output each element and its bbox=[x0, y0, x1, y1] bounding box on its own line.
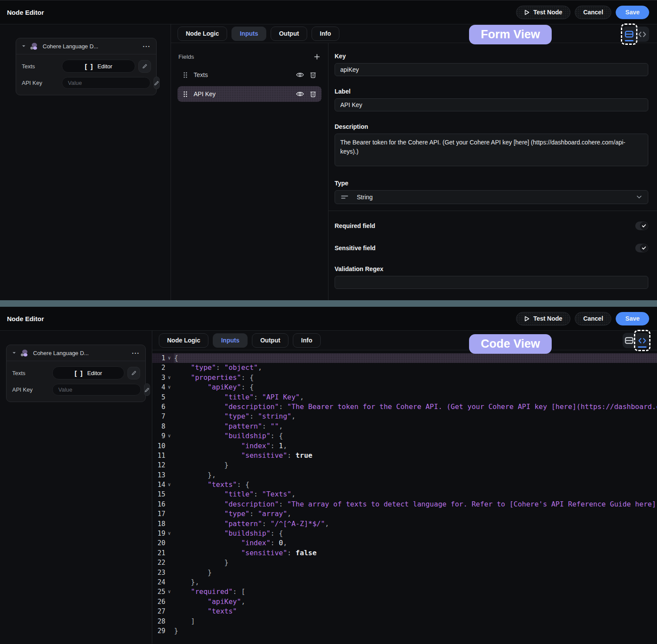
sensitive-field-toggle[interactable] bbox=[635, 244, 648, 252]
code-line[interactable]: 24 }, bbox=[152, 577, 657, 587]
code-line-text[interactable]: "title": "API Key", bbox=[174, 392, 657, 402]
code-line[interactable]: 6 "description": "The Bearer token for t… bbox=[152, 402, 657, 412]
code-line-text[interactable]: "buildship": { bbox=[174, 431, 657, 441]
code-line[interactable]: 22 } bbox=[152, 558, 657, 567]
code-line[interactable]: 23 } bbox=[152, 568, 657, 577]
code-line-text[interactable]: ] bbox=[174, 617, 657, 626]
code-line-text[interactable]: } bbox=[174, 626, 657, 636]
fold-chevron-icon[interactable]: ∨ bbox=[165, 353, 173, 363]
code-line[interactable]: 26 "apiKey", bbox=[152, 597, 657, 607]
fold-chevron-icon[interactable]: ∨ bbox=[165, 529, 173, 538]
save-button[interactable]: Save bbox=[616, 312, 649, 325]
code-line[interactable]: 28 ] bbox=[152, 617, 657, 626]
texts-editor-button[interactable]: [ ] Editor bbox=[52, 366, 124, 379]
code-line[interactable]: 29} bbox=[152, 626, 657, 636]
code-line[interactable]: 14∨ "texts": { bbox=[152, 480, 657, 490]
tab-node-logic[interactable]: Node Logic bbox=[159, 333, 208, 348]
texts-edit-pencil-button[interactable] bbox=[138, 60, 151, 73]
code-line[interactable]: 13 }, bbox=[152, 470, 657, 480]
description-textarea[interactable]: The Bearer token for the Cohere API. (Ge… bbox=[335, 134, 648, 166]
save-button[interactable]: Save bbox=[616, 6, 649, 19]
cancel-button[interactable]: Cancel bbox=[575, 312, 611, 325]
code-line-text[interactable]: "type": "object", bbox=[174, 363, 657, 372]
code-line-text[interactable]: "index": 1, bbox=[174, 441, 657, 451]
delete-trash-icon[interactable] bbox=[310, 91, 316, 97]
code-line[interactable]: 21 "sensitive": false bbox=[152, 548, 657, 558]
node-card[interactable]: Cohere Language D... ··· Texts [ ] Edito… bbox=[6, 345, 146, 402]
fold-chevron-icon[interactable]: ∨ bbox=[165, 431, 173, 441]
code-line-text[interactable]: "sensitive": false bbox=[174, 548, 657, 558]
add-field-button[interactable] bbox=[314, 54, 320, 60]
code-line-text[interactable]: } bbox=[174, 460, 657, 470]
code-line-text[interactable]: "pattern": "/^[^A-Z]*$/", bbox=[174, 519, 657, 529]
code-line[interactable]: 10 "index": 1, bbox=[152, 441, 657, 451]
label-input[interactable] bbox=[335, 98, 648, 111]
field-list-item-texts[interactable]: Texts bbox=[178, 67, 322, 83]
code-line[interactable]: 3∨ "properties": { bbox=[152, 373, 657, 382]
code-line[interactable]: 16 "description": "The array of texts to… bbox=[152, 500, 657, 509]
code-line[interactable]: 25∨ "required": [ bbox=[152, 587, 657, 597]
collapse-chevron-icon[interactable] bbox=[12, 352, 16, 354]
code-line[interactable]: 18 "pattern": "/^[^A-Z]*$/", bbox=[152, 519, 657, 529]
code-view-toggle-button[interactable] bbox=[636, 27, 649, 42]
test-node-button[interactable]: Test Node bbox=[516, 6, 571, 19]
code-line[interactable]: 19∨ "buildship": { bbox=[152, 529, 657, 538]
key-input[interactable] bbox=[335, 63, 648, 76]
test-node-button[interactable]: Test Node bbox=[516, 312, 571, 325]
code-line[interactable]: 2 "type": "object", bbox=[152, 363, 657, 372]
api-key-edit-pencil-button[interactable] bbox=[154, 77, 160, 89]
cancel-button[interactable]: Cancel bbox=[575, 6, 611, 19]
texts-edit-pencil-button[interactable] bbox=[127, 367, 140, 379]
json-code-editor[interactable]: 1∨{2 "type": "object",3∨ "properties": {… bbox=[152, 350, 657, 644]
type-select[interactable]: String bbox=[335, 190, 648, 204]
code-line[interactable]: 5 "title": "API Key", bbox=[152, 392, 657, 402]
api-key-edit-pencil-button[interactable] bbox=[144, 383, 150, 396]
tab-info[interactable]: Info bbox=[312, 27, 339, 41]
collapse-chevron-icon[interactable] bbox=[22, 45, 26, 47]
code-line-text[interactable]: }, bbox=[174, 577, 657, 587]
code-line[interactable]: 15 "title": "Texts", bbox=[152, 490, 657, 499]
drag-handle-icon[interactable] bbox=[183, 72, 188, 78]
code-line[interactable]: 11 "sensitive": true bbox=[152, 451, 657, 460]
drag-handle-icon[interactable] bbox=[183, 91, 188, 97]
fold-chevron-icon[interactable]: ∨ bbox=[165, 373, 173, 382]
code-line[interactable]: 20 "index": 0, bbox=[152, 538, 657, 548]
tab-output[interactable]: Output bbox=[252, 333, 288, 348]
tab-output[interactable]: Output bbox=[271, 27, 307, 41]
code-line-text[interactable]: "type": "array", bbox=[174, 509, 657, 519]
code-line[interactable]: 1∨{ bbox=[152, 353, 657, 363]
fold-chevron-icon[interactable]: ∨ bbox=[165, 382, 173, 392]
validation-regex-input[interactable] bbox=[335, 276, 648, 289]
code-line-text[interactable]: { bbox=[174, 353, 657, 363]
code-line[interactable]: 12 } bbox=[152, 460, 657, 470]
code-line[interactable]: 9∨ "buildship": { bbox=[152, 431, 657, 441]
api-key-value-input[interactable] bbox=[62, 77, 151, 89]
code-line-text[interactable]: "pattern": "", bbox=[174, 422, 657, 431]
code-line-text[interactable]: "properties": { bbox=[174, 373, 657, 382]
code-line-text[interactable]: "required": [ bbox=[174, 587, 657, 597]
required-field-toggle[interactable] bbox=[635, 221, 648, 230]
fold-chevron-icon[interactable]: ∨ bbox=[165, 587, 173, 597]
code-line[interactable]: 17 "type": "array", bbox=[152, 509, 657, 519]
tab-inputs[interactable]: Inputs bbox=[213, 333, 248, 348]
code-line-text[interactable]: "apiKey": { bbox=[174, 382, 657, 392]
fold-chevron-icon[interactable]: ∨ bbox=[165, 480, 173, 490]
delete-trash-icon[interactable] bbox=[310, 71, 316, 78]
code-line-text[interactable]: "texts" bbox=[174, 607, 657, 616]
code-line-text[interactable]: "sensitive": true bbox=[174, 451, 657, 460]
code-line-text[interactable]: "title": "Texts", bbox=[174, 490, 657, 499]
form-view-toggle-button[interactable] bbox=[623, 27, 636, 42]
tab-inputs[interactable]: Inputs bbox=[231, 27, 266, 41]
code-line-text[interactable]: } bbox=[174, 568, 657, 577]
code-view-toggle-button[interactable] bbox=[636, 333, 649, 348]
api-key-value-input[interactable] bbox=[52, 384, 141, 396]
split-divider-handle[interactable] bbox=[0, 300, 657, 307]
visibility-eye-icon[interactable] bbox=[296, 72, 304, 78]
code-line-text[interactable]: } bbox=[174, 558, 657, 567]
node-card[interactable]: Cohere Language D... ··· Texts [ ] Edito… bbox=[16, 38, 157, 95]
code-line-text[interactable]: "apiKey", bbox=[174, 597, 657, 607]
code-line[interactable]: 4∨ "apiKey": { bbox=[152, 382, 657, 392]
code-line-text[interactable]: "index": 0, bbox=[174, 538, 657, 548]
code-line-text[interactable]: "texts": { bbox=[174, 480, 657, 490]
code-line[interactable]: 7 "type": "string", bbox=[152, 412, 657, 421]
